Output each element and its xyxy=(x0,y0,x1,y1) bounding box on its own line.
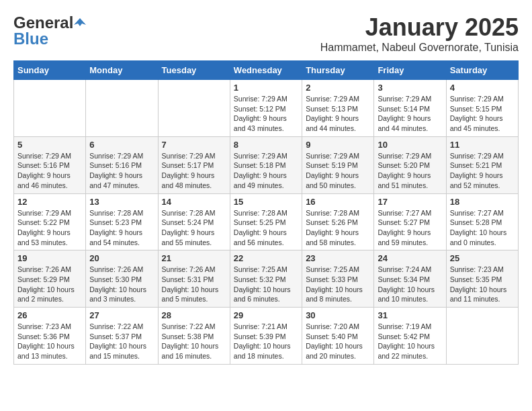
calendar-cell: 21Sunrise: 7:26 AM Sunset: 5:31 PM Dayli… xyxy=(158,250,230,308)
calendar-cell: 8Sunrise: 7:29 AM Sunset: 5:18 PM Daylig… xyxy=(230,136,302,193)
day-info: Sunrise: 7:19 AM Sunset: 5:42 PM Dayligh… xyxy=(378,322,442,361)
day-info: Sunrise: 7:27 AM Sunset: 5:28 PM Dayligh… xyxy=(450,208,515,248)
day-number: 19 xyxy=(17,253,82,263)
day-number: 18 xyxy=(450,197,515,207)
day-number: 14 xyxy=(162,197,226,207)
svg-marker-0 xyxy=(74,18,86,26)
calendar-cell: 9Sunrise: 7:29 AM Sunset: 5:19 PM Daylig… xyxy=(302,136,374,193)
day-number: 12 xyxy=(17,197,82,207)
calendar-cell: 24Sunrise: 7:24 AM Sunset: 5:34 PM Dayli… xyxy=(374,250,446,308)
calendar-week-row: 12Sunrise: 7:29 AM Sunset: 5:22 PM Dayli… xyxy=(14,193,519,250)
calendar-cell: 19Sunrise: 7:26 AM Sunset: 5:29 PM Dayli… xyxy=(14,250,86,308)
day-number: 23 xyxy=(306,253,370,263)
calendar-cell: 26Sunrise: 7:23 AM Sunset: 5:36 PM Dayli… xyxy=(14,308,86,365)
day-number: 28 xyxy=(162,310,226,320)
day-number: 25 xyxy=(450,253,515,263)
day-number: 10 xyxy=(378,140,442,150)
day-number: 2 xyxy=(306,83,370,93)
calendar-cell: 16Sunrise: 7:28 AM Sunset: 5:26 PM Dayli… xyxy=(302,193,374,250)
day-number: 7 xyxy=(162,140,226,150)
day-info: Sunrise: 7:29 AM Sunset: 5:12 PM Dayligh… xyxy=(234,94,298,134)
calendar-cell: 28Sunrise: 7:22 AM Sunset: 5:38 PM Dayli… xyxy=(158,308,230,365)
day-number: 21 xyxy=(162,253,226,263)
day-number: 13 xyxy=(89,197,154,207)
day-info: Sunrise: 7:29 AM Sunset: 5:17 PM Dayligh… xyxy=(162,151,226,191)
calendar-cell: 31Sunrise: 7:19 AM Sunset: 5:42 PM Dayli… xyxy=(374,308,446,365)
day-info: Sunrise: 7:27 AM Sunset: 5:27 PM Dayligh… xyxy=(378,208,442,248)
calendar-cell: 3Sunrise: 7:29 AM Sunset: 5:14 PM Daylig… xyxy=(374,80,446,137)
day-info: Sunrise: 7:20 AM Sunset: 5:40 PM Dayligh… xyxy=(306,322,370,361)
day-number: 30 xyxy=(306,310,370,320)
calendar-table: SundayMondayTuesdayWednesdayThursdayFrid… xyxy=(13,60,519,365)
calendar-week-row: 26Sunrise: 7:23 AM Sunset: 5:36 PM Dayli… xyxy=(14,308,519,365)
day-number: 1 xyxy=(234,83,298,93)
calendar-cell: 23Sunrise: 7:25 AM Sunset: 5:33 PM Dayli… xyxy=(302,250,374,308)
day-number: 29 xyxy=(234,310,298,320)
calendar-cell: 22Sunrise: 7:25 AM Sunset: 5:32 PM Dayli… xyxy=(230,250,302,308)
day-info: Sunrise: 7:22 AM Sunset: 5:38 PM Dayligh… xyxy=(162,322,226,361)
month-title: January 2025 xyxy=(320,13,519,42)
day-info: Sunrise: 7:26 AM Sunset: 5:31 PM Dayligh… xyxy=(162,265,226,304)
calendar-cell: 13Sunrise: 7:28 AM Sunset: 5:23 PM Dayli… xyxy=(86,193,158,250)
calendar-cell: 14Sunrise: 7:28 AM Sunset: 5:24 PM Dayli… xyxy=(158,193,230,250)
day-number: 17 xyxy=(378,197,442,207)
day-info: Sunrise: 7:23 AM Sunset: 5:36 PM Dayligh… xyxy=(17,322,82,361)
day-number: 24 xyxy=(378,253,442,263)
calendar-cell: 27Sunrise: 7:22 AM Sunset: 5:37 PM Dayli… xyxy=(86,308,158,365)
title-block: January 2025 Hammamet, Nabeul Governorat… xyxy=(320,13,519,54)
calendar-cell: 25Sunrise: 7:23 AM Sunset: 5:35 PM Dayli… xyxy=(446,250,518,308)
day-info: Sunrise: 7:29 AM Sunset: 5:18 PM Dayligh… xyxy=(234,151,298,191)
calendar-week-row: 5Sunrise: 7:29 AM Sunset: 5:16 PM Daylig… xyxy=(14,136,519,193)
day-number: 5 xyxy=(17,140,82,150)
day-number: 16 xyxy=(306,197,370,207)
calendar-cell xyxy=(14,80,86,137)
day-number: 22 xyxy=(234,253,298,263)
calendar-cell xyxy=(446,308,518,365)
calendar-cell: 7Sunrise: 7:29 AM Sunset: 5:17 PM Daylig… xyxy=(158,136,230,193)
day-info: Sunrise: 7:28 AM Sunset: 5:23 PM Dayligh… xyxy=(89,208,154,248)
weekday-header: Monday xyxy=(86,61,158,80)
day-info: Sunrise: 7:29 AM Sunset: 5:15 PM Dayligh… xyxy=(450,94,515,134)
calendar-cell: 20Sunrise: 7:26 AM Sunset: 5:30 PM Dayli… xyxy=(86,250,158,308)
logo: General Blue xyxy=(13,13,87,48)
calendar-cell xyxy=(158,80,230,137)
calendar-cell: 15Sunrise: 7:28 AM Sunset: 5:25 PM Dayli… xyxy=(230,193,302,250)
day-info: Sunrise: 7:29 AM Sunset: 5:16 PM Dayligh… xyxy=(17,151,82,191)
calendar-cell xyxy=(86,80,158,137)
day-info: Sunrise: 7:25 AM Sunset: 5:33 PM Dayligh… xyxy=(306,265,370,304)
day-info: Sunrise: 7:29 AM Sunset: 5:16 PM Dayligh… xyxy=(89,151,154,191)
calendar-week-row: 1Sunrise: 7:29 AM Sunset: 5:12 PM Daylig… xyxy=(14,80,519,137)
logo-blue: Blue xyxy=(13,30,48,48)
day-number: 4 xyxy=(450,83,515,93)
calendar-cell: 18Sunrise: 7:27 AM Sunset: 5:28 PM Dayli… xyxy=(446,193,518,250)
calendar-cell: 5Sunrise: 7:29 AM Sunset: 5:16 PM Daylig… xyxy=(14,136,86,193)
day-number: 27 xyxy=(89,310,154,320)
calendar-cell: 10Sunrise: 7:29 AM Sunset: 5:20 PM Dayli… xyxy=(374,136,446,193)
day-info: Sunrise: 7:28 AM Sunset: 5:26 PM Dayligh… xyxy=(306,208,370,248)
weekday-header: Wednesday xyxy=(230,61,302,80)
day-info: Sunrise: 7:21 AM Sunset: 5:39 PM Dayligh… xyxy=(234,322,298,361)
day-info: Sunrise: 7:28 AM Sunset: 5:25 PM Dayligh… xyxy=(234,208,298,248)
day-info: Sunrise: 7:29 AM Sunset: 5:19 PM Dayligh… xyxy=(306,151,370,191)
calendar-cell: 29Sunrise: 7:21 AM Sunset: 5:39 PM Dayli… xyxy=(230,308,302,365)
day-info: Sunrise: 7:29 AM Sunset: 5:20 PM Dayligh… xyxy=(378,151,442,191)
day-info: Sunrise: 7:23 AM Sunset: 5:35 PM Dayligh… xyxy=(450,265,515,304)
calendar-cell: 17Sunrise: 7:27 AM Sunset: 5:27 PM Dayli… xyxy=(374,193,446,250)
day-info: Sunrise: 7:26 AM Sunset: 5:30 PM Dayligh… xyxy=(89,265,154,304)
calendar-week-row: 19Sunrise: 7:26 AM Sunset: 5:29 PM Dayli… xyxy=(14,250,519,308)
calendar-cell: 1Sunrise: 7:29 AM Sunset: 5:12 PM Daylig… xyxy=(230,80,302,137)
day-number: 11 xyxy=(450,140,515,150)
calendar-cell: 2Sunrise: 7:29 AM Sunset: 5:13 PM Daylig… xyxy=(302,80,374,137)
day-number: 26 xyxy=(17,310,82,320)
day-info: Sunrise: 7:29 AM Sunset: 5:13 PM Dayligh… xyxy=(306,94,370,134)
day-info: Sunrise: 7:24 AM Sunset: 5:34 PM Dayligh… xyxy=(378,265,442,304)
day-info: Sunrise: 7:22 AM Sunset: 5:37 PM Dayligh… xyxy=(89,322,154,361)
logo-bird-icon xyxy=(74,17,86,29)
subtitle: Hammamet, Nabeul Governorate, Tunisia xyxy=(320,42,519,54)
day-number: 9 xyxy=(306,140,370,150)
calendar-cell: 12Sunrise: 7:29 AM Sunset: 5:22 PM Dayli… xyxy=(14,193,86,250)
page-header: General Blue January 2025 Hammamet, Nabe… xyxy=(13,13,519,54)
day-number: 31 xyxy=(378,310,442,320)
day-number: 20 xyxy=(89,253,154,263)
weekday-header: Friday xyxy=(374,61,446,80)
